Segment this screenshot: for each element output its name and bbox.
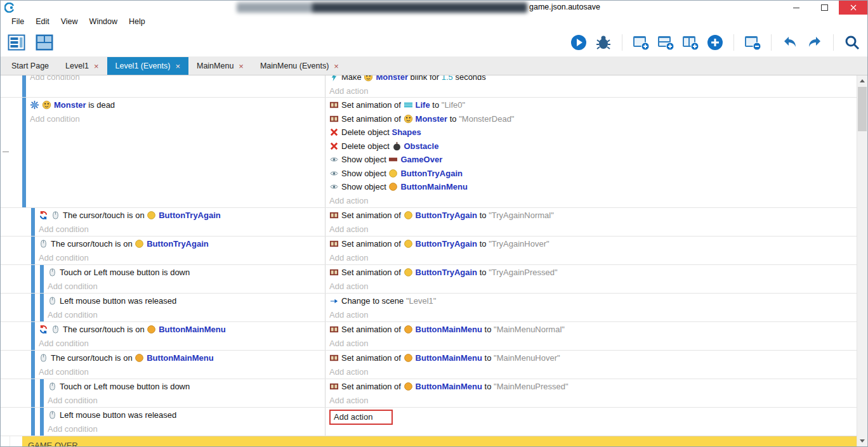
- action-line[interactable]: Set animation of ButtonTryAgain to "TryA…: [329, 209, 857, 223]
- condition-line[interactable]: The cursor/touch is on ButtonMainMenu: [39, 351, 325, 365]
- comment-event[interactable]: GAME OVER: [22, 436, 857, 446]
- tab-close-icon[interactable]: ×: [239, 62, 244, 70]
- scroll-up-button[interactable]: [857, 75, 867, 86]
- tab-level1[interactable]: Level1×: [57, 57, 107, 75]
- action-line[interactable]: Set animation of Life to "Life0": [329, 98, 857, 112]
- add-object-icon[interactable]: [706, 34, 724, 51]
- tab-label: Start Page: [11, 62, 49, 70]
- add-external-layout-icon[interactable]: [681, 34, 699, 51]
- monster-icon: [42, 100, 51, 110]
- tab-close-icon[interactable]: ×: [175, 62, 180, 70]
- object-name: Life: [416, 100, 430, 110]
- action-line[interactable]: Set animation of ButtonTryAgain to "TryA…: [329, 237, 857, 251]
- condition-line[interactable]: Left mouse button was released: [48, 294, 325, 308]
- event-text: Make: [341, 75, 364, 82]
- action-line[interactable]: Set animation of ButtonTryAgain to "TryA…: [329, 266, 857, 280]
- tab-start-page[interactable]: Start Page: [3, 57, 57, 75]
- indent-bar: [40, 294, 44, 321]
- collapse-toggle-icon[interactable]: [3, 152, 9, 152]
- tab-mainmenu-events[interactable]: MainMenu (Events)×: [252, 57, 347, 75]
- debug-icon[interactable]: [595, 34, 612, 51]
- tab-label: Level1: [65, 62, 89, 70]
- action-line[interactable]: Set animation of ButtonMainMenu to "Main…: [329, 380, 857, 394]
- add-link[interactable]: Add condition: [30, 75, 80, 82]
- show-icon: [329, 169, 339, 178]
- indent-bar: [22, 98, 26, 207]
- add-action-highlighted[interactable]: Add action: [329, 410, 393, 425]
- tab-label: Level1 (Events): [115, 62, 171, 70]
- try-again-icon: [388, 169, 398, 178]
- event-text: to: [430, 100, 442, 110]
- add-link[interactable]: Add condition: [39, 367, 89, 377]
- condition-line[interactable]: Monster is dead: [30, 98, 325, 112]
- action-line[interactable]: Delete object Shapes: [329, 126, 857, 139]
- add-link[interactable]: Add condition: [30, 114, 80, 124]
- gdevelop-window: game.json.autosave File Edit View Window…: [0, 0, 868, 447]
- indent-bar: [31, 208, 35, 236]
- menu-item-view[interactable]: View: [55, 16, 84, 27]
- add-scene-window-icon[interactable]: [632, 34, 650, 51]
- show-icon: [329, 182, 339, 191]
- action-line[interactable]: Set animation of ButtonMainMenu to "Main…: [329, 351, 857, 365]
- action-line[interactable]: Delete object Obstacle: [329, 139, 857, 153]
- add-line-wrap: Add action: [329, 251, 857, 265]
- condition-line[interactable]: Touch or Left mouse button is down: [48, 380, 325, 394]
- action-line[interactable]: Change to scene "Level1": [329, 294, 857, 308]
- add-link[interactable]: Add condition: [48, 310, 98, 320]
- scene-editor-icon[interactable]: [35, 33, 54, 52]
- add-link[interactable]: Add action: [329, 86, 368, 96]
- redo-icon[interactable]: [806, 34, 824, 51]
- minimize-button[interactable]: [782, 1, 810, 15]
- add-link[interactable]: Add action: [329, 282, 368, 291]
- scrollbar-thumb[interactable]: [858, 87, 867, 131]
- scroll-down-button[interactable]: [857, 436, 867, 446]
- maximize-button[interactable]: [810, 1, 839, 15]
- add-link[interactable]: Add action: [329, 396, 368, 405]
- undo-icon[interactable]: [781, 34, 799, 51]
- action-line[interactable]: Make Monster blink for 1.5 seconds: [329, 75, 857, 84]
- toolbar-right-group: [570, 34, 861, 51]
- add-link[interactable]: Add action: [329, 367, 368, 377]
- add-link[interactable]: Add condition: [39, 339, 89, 348]
- event-text: Left mouse button was released: [60, 296, 176, 306]
- menu-item-edit[interactable]: Edit: [30, 16, 55, 27]
- menu-item-window[interactable]: Window: [84, 16, 123, 27]
- action-line[interactable]: Set animation of ButtonMainMenu to "Main…: [329, 323, 857, 337]
- menu-item-help[interactable]: Help: [123, 16, 151, 27]
- condition-line[interactable]: Touch or Left mouse button is down: [48, 266, 325, 280]
- project-manager-icon[interactable]: [7, 33, 26, 52]
- tab-close-icon[interactable]: ×: [334, 62, 339, 70]
- remove-window-icon[interactable]: [744, 34, 761, 51]
- tab-close-icon[interactable]: ×: [94, 62, 99, 70]
- condition-line[interactable]: Left mouse button was released: [48, 408, 325, 422]
- tab-level1-events[interactable]: Level1 (Events)×: [107, 57, 188, 75]
- action-line[interactable]: Show object ButtonMainMenu: [329, 180, 857, 194]
- tab-mainmenu[interactable]: MainMenu×: [188, 57, 252, 75]
- action-line[interactable]: Show object ButtonTryAgain: [329, 167, 857, 181]
- search-icon[interactable]: [843, 34, 861, 51]
- condition-line[interactable]: The cursor/touch is on ButtonMainMenu: [39, 323, 325, 337]
- add-external-events-icon[interactable]: [657, 34, 674, 51]
- condition-line[interactable]: The cursor/touch is on ButtonTryAgain: [39, 237, 325, 251]
- add-link[interactable]: Add action: [329, 339, 368, 348]
- add-link[interactable]: Add condition: [39, 253, 89, 262]
- vertical-scrollbar[interactable]: [857, 75, 867, 446]
- condition-line[interactable]: The cursor/touch is on ButtonTryAgain: [39, 209, 325, 223]
- add-link[interactable]: Add condition: [39, 224, 89, 234]
- add-link[interactable]: Add action: [329, 310, 368, 320]
- event-text: Set animation of: [341, 114, 404, 124]
- action-line[interactable]: Show object GameOver: [329, 153, 857, 167]
- menu-item-file[interactable]: File: [6, 16, 30, 27]
- add-link[interactable]: Add action: [329, 253, 368, 262]
- add-line-wrap: Add condition: [39, 223, 325, 236]
- action-line[interactable]: Set animation of Monster to "MonsterDead…: [329, 112, 857, 126]
- action-cell: Set animation of Life to "Life0"Set anim…: [326, 98, 857, 207]
- add-link[interactable]: Add condition: [48, 424, 98, 434]
- add-link[interactable]: Add action: [329, 196, 368, 205]
- event-text: The cursor/touch is on: [63, 211, 147, 220]
- play-icon[interactable]: [570, 34, 588, 51]
- add-link[interactable]: Add action: [329, 224, 368, 234]
- close-button[interactable]: [839, 1, 867, 15]
- add-link[interactable]: Add condition: [48, 396, 98, 405]
- add-link[interactable]: Add condition: [48, 282, 98, 291]
